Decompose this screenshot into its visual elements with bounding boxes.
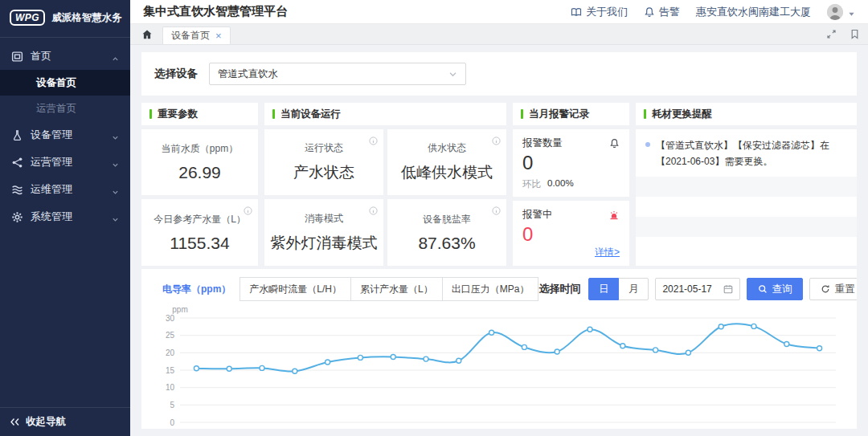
bell-icon <box>644 6 655 18</box>
chart-tab-label: 累计产水量（L） <box>360 283 433 296</box>
device-select-value: 管道式直饮水 <box>218 67 278 81</box>
sidebar-item-maintenance-mgmt[interactable]: 运维管理 <box>0 176 130 203</box>
gear-icon <box>11 211 23 223</box>
collapse-nav-label: 收起导航 <box>26 415 66 429</box>
sidebar-item-label: 运维管理 <box>31 182 72 197</box>
notice-item: 【管道式直饮水】【保安过滤器滤芯】在【2021-06-03】需要更换。 <box>636 129 857 177</box>
metric-tile-disinfect-mode: 消毒模式 紫外灯消毒模式 <box>264 199 383 265</box>
sidebar-item-operation-home[interactable]: 运营首页 <box>0 96 130 121</box>
alarm-count-tile: 报警数量 0 环比 0.00% <box>513 129 629 197</box>
chart-tabs: 电导率（ppm） 产水瞬时流量（L/H） 累计产水量（L） 出口压力（MPa） <box>153 277 538 301</box>
chart-tab-label: 出口压力（MPa） <box>452 283 530 296</box>
empty-row <box>636 217 857 237</box>
accent-bar <box>272 109 275 119</box>
bell-icon <box>609 138 620 149</box>
sidebar-item-home[interactable]: 首页 <box>0 43 130 70</box>
metric-tile-run-state: 运行状态 产水状态 <box>264 129 383 195</box>
ratio-value: 0.00% <box>547 178 574 190</box>
divider <box>0 37 130 38</box>
brand: WPG 威派格智慧水务 <box>0 0 130 37</box>
detail-link[interactable]: 详情> <box>595 246 620 259</box>
panel-monthly-alarms: 当月报警记录 报警数量 0 环比 0.00% <box>513 103 629 266</box>
panel-title: 当月报警记录 <box>529 108 589 121</box>
notice-text: 【管道式直饮水】【保安过滤器滤芯】在【2021-06-03】需要更换。 <box>656 137 847 170</box>
avatar <box>827 4 843 20</box>
select-device-label: 选择设备 <box>154 67 198 81</box>
chevron-up-icon <box>112 53 119 60</box>
sidebar-item-operation-mgmt[interactable]: 运营管理 <box>0 149 130 176</box>
sidebar-item-label: 设备管理 <box>31 128 72 142</box>
chart-tab-label: 电导率（ppm） <box>162 283 231 296</box>
sidebar-item-label: 运营管理 <box>31 155 72 169</box>
panel-title: 重要参数 <box>158 108 198 121</box>
panel-header: 当前设备运行 <box>264 103 506 125</box>
alarming-tile: 报警中 0 详情> <box>513 201 629 265</box>
period-day-button[interactable]: 日 <box>588 278 619 300</box>
query-button[interactable]: 查询 <box>747 278 803 300</box>
fullscreen-icon[interactable] <box>826 29 837 39</box>
info-icon[interactable] <box>369 204 378 213</box>
alarm-link[interactable]: 告警 <box>644 5 680 19</box>
info-icon[interactable] <box>492 204 501 213</box>
main-area: 集中式直饮水智慧管理平台 关于我们 告警 惠安直饮水闽南建工大厦 <box>130 0 868 436</box>
sidebar-subitem-label: 运营首页 <box>36 102 76 116</box>
content: 选择设备 管道式直饮水 重要参数 当前水质（ppm） <box>130 45 868 436</box>
chart-controls: 电导率（ppm） 产水瞬时流量（L/H） 累计产水量（L） 出口压力（MPa） … <box>153 277 845 301</box>
metric-tile-supply-state: 供水状态 低峰供水模式 <box>387 129 506 195</box>
tab-total-output[interactable]: 累计产水量（L） <box>350 277 443 301</box>
refresh-icon <box>821 284 830 294</box>
user-menu[interactable] <box>827 4 855 20</box>
svg-text:10: 10 <box>166 383 175 392</box>
bullet-dot <box>645 142 650 147</box>
home-tab-icon[interactable] <box>141 29 153 40</box>
sidebar-item-device-home[interactable]: 设备首页 <box>0 70 130 96</box>
calendar-icon <box>723 284 733 294</box>
alarm-count-label: 报警数量 <box>522 137 563 150</box>
page-title: 集中式直饮水智慧管理平台 <box>143 4 288 19</box>
alarming-label: 报警中 <box>522 208 553 222</box>
metric-label: 运行状态 <box>305 141 343 155</box>
metric-tile-daily-output: 今日参考产水量（L） 1155.34 <box>141 199 258 265</box>
bookmark-icon[interactable] <box>850 29 860 39</box>
empty-row <box>636 237 857 257</box>
alarm-count-value: 0 <box>522 153 620 173</box>
reset-button[interactable]: 重置 <box>809 278 857 300</box>
info-icon[interactable] <box>492 134 501 143</box>
about-link[interactable]: 关于我们 <box>571 5 628 19</box>
info-icon[interactable] <box>244 204 252 213</box>
tab-outlet-pressure[interactable]: 出口压力（MPa） <box>442 277 539 301</box>
sidebar-item-device-mgmt[interactable]: 设备管理 <box>0 121 130 149</box>
metric-value: 87.63% <box>418 234 475 253</box>
sidebar-subitem-label: 设备首页 <box>36 76 76 90</box>
tab-conductivity[interactable]: 电导率（ppm） <box>153 277 240 301</box>
sidebar-item-system-mgmt[interactable]: 系统管理 <box>0 203 130 230</box>
panel-header: 耗材更换提醒 <box>636 103 857 125</box>
chevron-down-icon <box>112 214 119 221</box>
waves-icon <box>11 184 23 196</box>
panel-title: 当前设备运行 <box>280 108 341 121</box>
date-picker[interactable]: 2021-05-17 <box>655 278 740 300</box>
period-month-label: 月 <box>628 283 639 296</box>
time-filter-label: 选择时间 <box>538 282 580 296</box>
accent-bar <box>149 109 152 119</box>
svg-text:ppm: ppm <box>172 305 187 314</box>
device-select[interactable]: 管道式直饮水 <box>209 63 466 85</box>
info-icon[interactable] <box>369 134 378 143</box>
query-label: 查询 <box>772 283 792 296</box>
search-icon <box>758 284 768 294</box>
site-name[interactable]: 惠安直饮水闽南建工大厦 <box>696 5 811 19</box>
metric-label: 设备脱盐率 <box>423 213 471 226</box>
tab-device-home[interactable]: 设备首页 × <box>162 26 231 44</box>
about-label: 关于我们 <box>586 5 628 19</box>
period-month-button[interactable]: 月 <box>618 278 649 300</box>
collapse-nav-button[interactable]: 收起导航 <box>0 407 130 436</box>
svg-text:0: 0 <box>170 418 174 427</box>
chart-tab-label: 产水瞬时流量（L/H） <box>249 283 342 296</box>
tab-instant-flow[interactable]: 产水瞬时流量（L/H） <box>240 277 351 301</box>
chevron-down-icon <box>112 186 119 194</box>
metric-label: 今日参考产水量（L） <box>154 213 246 226</box>
flask-icon <box>11 129 23 141</box>
close-icon[interactable]: × <box>215 31 222 41</box>
topbar-right: 关于我们 告警 惠安直饮水闽南建工大厦 <box>571 4 855 20</box>
sidebar-item-label: 系统管理 <box>31 210 72 224</box>
